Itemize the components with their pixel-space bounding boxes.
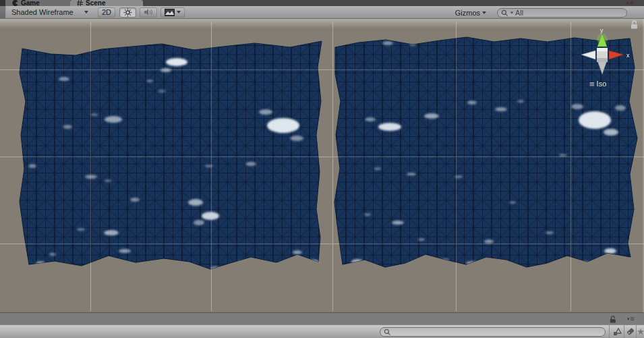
favorites-button[interactable]: ★ [636,325,644,338]
gizmo-cube-top-face [597,48,608,51]
effects-dropdown-button[interactable] [160,7,185,18]
star-icon: ★ [637,327,644,336]
tab-bar: Game Scene ▾ ≡ [0,0,644,6]
gizmo-cube-bottom-face [597,58,608,62]
tag-icon [626,327,635,336]
hamburger-icon: ≡ [630,0,634,5]
projection-label: Iso [597,80,607,88]
scene-lighting-button[interactable] [119,7,136,18]
dropdown-arrow-icon: ▾ [626,1,629,5]
scene-grid-icon [77,0,83,6]
scene-audio-button[interactable] [140,7,157,18]
tab-game[interactable]: Game [5,0,70,6]
scene-toolbar: Shaded Wireframe 2D [0,6,644,19]
unity-scene-view-window: y x ≡ Iso Game [0,0,644,338]
projection-toggle[interactable]: ≡ Iso [589,80,606,88]
scene-canvas[interactable] [0,0,644,312]
scene-viewport[interactable]: y x ≡ Iso [0,0,644,312]
sun-icon [123,8,132,17]
chevron-down-icon [482,11,486,14]
down-axis-cone[interactable] [597,61,607,74]
game-icon [12,0,18,6]
iso-lines-icon: ≡ [589,80,595,88]
draw-mode-dropdown[interactable]: Shaded Wireframe [7,7,92,18]
hamburger-icon: ≡ [631,316,635,321]
lock-icon[interactable] [630,20,639,30]
tab-game-label: Game [21,0,40,6]
gizmo-y-label: y [600,27,604,34]
gizmo-x-label: x [626,52,630,59]
dropdown-arrow-icon: ▾ [627,316,630,321]
search-by-label-button[interactable] [624,325,637,338]
pane-menu-button[interactable]: ▾ ≡ [627,316,635,321]
search-by-type-button[interactable] [609,325,624,338]
panel-divider-strip: ▾ ≡ [0,312,644,325]
tab-scene[interactable]: Scene [70,0,143,6]
bottom-panel-toolbar: ★ [0,325,644,338]
panel-edge [0,0,5,6]
left-axis-cone[interactable] [581,51,595,59]
scene-search-value: All [515,9,523,17]
water-plane-left-wireframe [20,41,322,269]
lock-icon[interactable] [609,315,617,324]
speaker-icon [144,8,153,16]
magnifier-icon [501,9,508,17]
search-field[interactable] [380,327,606,337]
2d-toggle-button[interactable]: 2D [98,7,115,18]
scene-orientation-gizmo: y x [575,26,635,76]
magnifier-icon [384,329,391,336]
gizmos-label: Gizmos [455,9,480,17]
search-filter-arrow-icon [510,11,514,13]
2d-toggle-label: 2D [102,8,111,16]
chevron-down-icon [177,11,181,13]
shapes-icon [612,327,622,336]
tab-scene-label: Scene [86,0,105,6]
x-axis-cone[interactable] [609,51,624,59]
pane-menu-button[interactable]: ▾ ≡ [626,0,634,5]
scene-search-field[interactable]: All [497,8,627,18]
chevron-down-icon [84,11,88,13]
toolbar-edge [0,6,6,18]
image-icon [165,9,175,16]
gizmos-dropdown[interactable]: Gizmos [451,7,490,18]
draw-mode-label: Shaded Wireframe [11,8,74,16]
